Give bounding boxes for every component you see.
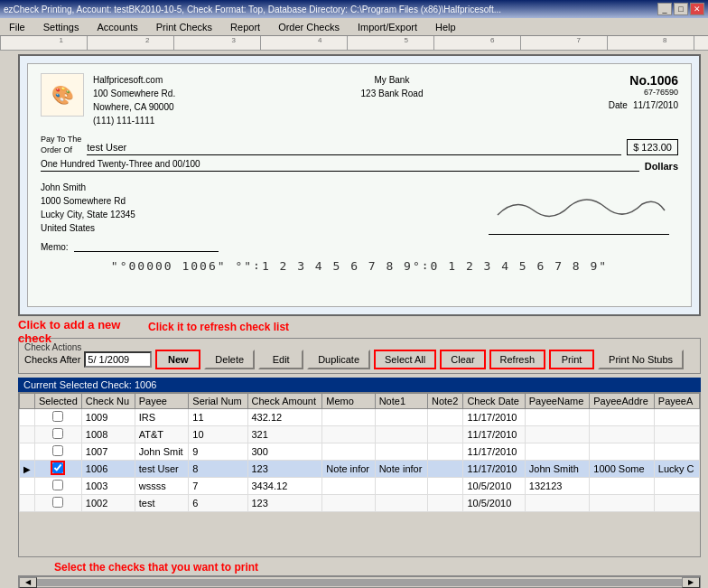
row-checkbox-cell[interactable] bbox=[35, 426, 82, 443]
actions-row: Checks After New Delete Edit Duplicate S… bbox=[24, 350, 694, 369]
check-table-container[interactable]: Selected Check Nu Payee Serial Num Check… bbox=[18, 392, 701, 557]
menu-settings[interactable]: Settings bbox=[38, 20, 85, 34]
row-checkbox[interactable] bbox=[52, 445, 63, 456]
row-checkbox[interactable] bbox=[52, 480, 63, 490]
company-info: 🎨 Halfpricesoft.com 100 Somewhere Rd. No… bbox=[41, 73, 175, 127]
col-payee-addr: PayeeAddre bbox=[590, 394, 655, 409]
menu-print-checks[interactable]: Print Checks bbox=[151, 20, 218, 34]
signature-area bbox=[480, 181, 678, 235]
date-input[interactable] bbox=[84, 351, 152, 368]
check-date-line: Date 11/17/2010 bbox=[609, 100, 678, 110]
menu-file[interactable]: File bbox=[4, 20, 31, 34]
checks-after-label: Checks After bbox=[24, 354, 80, 365]
cell-payee: test bbox=[135, 495, 189, 512]
check-table: Selected Check Nu Payee Serial Num Check… bbox=[19, 393, 700, 512]
close-button[interactable]: ✕ bbox=[690, 3, 704, 15]
cell-payee_name: John Smith bbox=[525, 461, 590, 478]
company-address1: 100 Somewhere Rd. bbox=[93, 87, 175, 100]
cell-serial: 7 bbox=[189, 478, 247, 495]
cell-payee_name bbox=[525, 409, 590, 426]
title-text: ezCheck Printing, Account: testBK2010-10… bbox=[4, 5, 501, 14]
row-arrow bbox=[20, 409, 35, 426]
cell-payee_name bbox=[525, 443, 590, 461]
check-body: 🎨 Halfpricesoft.com 100 Somewhere Rd. No… bbox=[27, 63, 692, 307]
col-check-num: Check Nu bbox=[81, 394, 135, 409]
cell-note2 bbox=[427, 443, 462, 461]
cell-note1 bbox=[375, 478, 427, 495]
scroll-track[interactable] bbox=[37, 579, 682, 586]
addr-line2: Lucky City, State 12345 bbox=[41, 208, 135, 221]
annotation-select-checks: Select the checks that you want to print bbox=[54, 561, 708, 574]
cell-check_num: 1002 bbox=[81, 495, 135, 512]
table-row[interactable]: 1007John Smit930011/17/2010 bbox=[20, 443, 700, 461]
selected-check-label: Current Selected Check: 1006 bbox=[23, 379, 156, 390]
table-row[interactable]: ▶1006test User8123Note inforNote infor11… bbox=[20, 461, 700, 478]
table-header-row: Selected Check Nu Payee Serial Num Check… bbox=[20, 394, 700, 409]
cell-payee: AT&T bbox=[135, 426, 189, 443]
row-checkbox-cell[interactable] bbox=[35, 443, 82, 461]
address-signature: John Smith 1000 Somewhere Rd Lucky City,… bbox=[41, 181, 678, 235]
cell-note2 bbox=[427, 478, 462, 495]
menu-import-export[interactable]: Import/Export bbox=[352, 20, 423, 34]
row-checkbox-cell[interactable] bbox=[35, 478, 82, 495]
cell-amount: 123 bbox=[247, 495, 322, 512]
maximize-button[interactable]: □ bbox=[674, 3, 688, 15]
scroll-right[interactable]: ▶ bbox=[682, 577, 700, 588]
cell-note1 bbox=[375, 495, 427, 512]
refresh-button[interactable]: Refresh bbox=[489, 350, 546, 369]
print-no-stubs-button[interactable]: Print No Stubs bbox=[598, 350, 684, 369]
cell-note2 bbox=[427, 461, 462, 478]
row-checkbox[interactable] bbox=[52, 411, 63, 422]
cell-payee_name: 132123 bbox=[525, 478, 590, 495]
scrollbar-area[interactable]: ◀ ▶ bbox=[18, 575, 701, 588]
menu-order-checks[interactable]: Order Checks bbox=[273, 20, 345, 34]
print-button[interactable]: Print bbox=[549, 350, 594, 369]
minimize-button[interactable]: _ bbox=[657, 3, 672, 15]
date-label: Date bbox=[609, 100, 628, 110]
annotation-add-check: Click to add a new check bbox=[18, 318, 144, 345]
micr-line: "°00000 1006" °"∶1 2 3 4 5 6 7 8 9°∶0 1 … bbox=[41, 259, 678, 273]
scroll-left[interactable]: ◀ bbox=[19, 577, 37, 588]
cell-date: 11/17/2010 bbox=[463, 461, 525, 478]
select-all-button[interactable]: Select All bbox=[374, 350, 436, 369]
table-row[interactable]: 1002test612310/5/2010 bbox=[20, 495, 700, 512]
selected-check-bar: Current Selected Check: 1006 bbox=[18, 378, 701, 392]
row-checkbox[interactable] bbox=[52, 497, 63, 508]
cell-serial: 6 bbox=[189, 495, 247, 512]
cell-payee_addr bbox=[590, 495, 655, 512]
cell-serial: 9 bbox=[189, 443, 247, 461]
clear-button[interactable]: Clear bbox=[440, 350, 485, 369]
edit-button[interactable]: Edit bbox=[258, 350, 303, 369]
row-checkbox[interactable] bbox=[52, 428, 63, 439]
table-row[interactable]: 1008AT&T1032111/17/2010 bbox=[20, 426, 700, 443]
check-date: 11/17/2010 bbox=[633, 100, 678, 110]
col-memo: Memo bbox=[322, 394, 375, 409]
col-payee-name: PayeeName bbox=[525, 394, 590, 409]
new-button[interactable]: New bbox=[155, 350, 200, 369]
payee-name: test User bbox=[87, 142, 621, 155]
memo-underline bbox=[74, 251, 219, 252]
table-row[interactable]: 1003wssss73434.1210/5/2010132123 bbox=[20, 478, 700, 495]
menu-help[interactable]: Help bbox=[430, 20, 461, 34]
cell-check_num: 1009 bbox=[81, 409, 135, 426]
payto-line: Pay To TheOrder Of test User $ 123.00 bbox=[41, 135, 678, 155]
addr-line1: 1000 Somewhere Rd bbox=[41, 194, 135, 208]
check-preview: 🎨 Halfpricesoft.com 100 Somewhere Rd. No… bbox=[18, 54, 701, 316]
window-controls[interactable]: _ □ ✕ bbox=[657, 3, 704, 15]
duplicate-button[interactable]: Duplicate bbox=[307, 350, 370, 369]
menu-report[interactable]: Report bbox=[225, 20, 266, 34]
cell-note1 bbox=[375, 443, 427, 461]
row-checkbox[interactable] bbox=[52, 462, 63, 473]
delete-button[interactable]: Delete bbox=[204, 350, 255, 369]
col-payee: Payee bbox=[135, 394, 189, 409]
menu-accounts[interactable]: Accounts bbox=[91, 20, 143, 34]
row-checkbox-cell[interactable] bbox=[35, 461, 82, 478]
cell-payee_a bbox=[654, 409, 699, 426]
row-checkbox-cell[interactable] bbox=[35, 495, 82, 512]
table-row[interactable]: 1009IRS11432.1211/17/2010 bbox=[20, 409, 700, 426]
cell-check_num: 1007 bbox=[81, 443, 135, 461]
cell-date: 11/17/2010 bbox=[463, 443, 525, 461]
cell-amount: 321 bbox=[247, 426, 322, 443]
cell-check_num: 1006 bbox=[81, 461, 135, 478]
row-checkbox-cell[interactable] bbox=[35, 409, 82, 426]
